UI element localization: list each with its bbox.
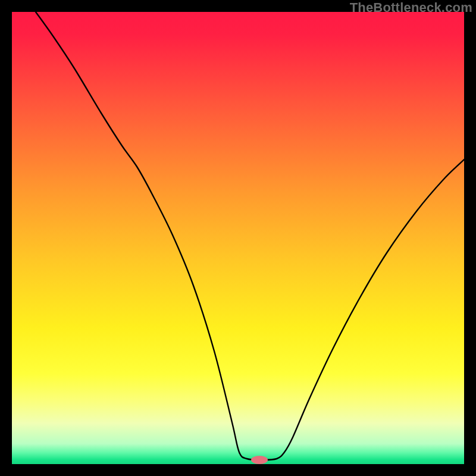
- optimum-marker: [251, 456, 268, 464]
- chart-frame: TheBottleneck.com: [0, 0, 476, 476]
- plot-area: [12, 12, 464, 464]
- plot-svg: [12, 12, 464, 464]
